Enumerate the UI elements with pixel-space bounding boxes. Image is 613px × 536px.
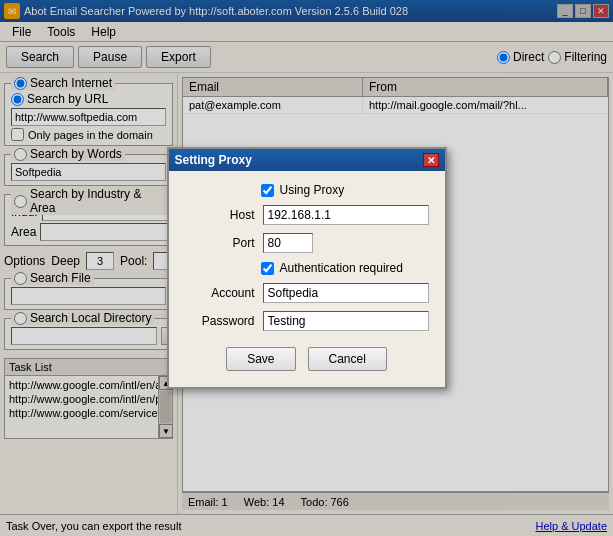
cancel-button[interactable]: Cancel	[308, 347, 387, 371]
password-row: Password	[185, 311, 429, 331]
password-input[interactable]	[263, 311, 429, 331]
using-proxy-checkbox[interactable]	[261, 184, 274, 197]
auth-required-label: Authentication required	[280, 261, 403, 275]
account-input[interactable]	[263, 283, 429, 303]
auth-required-row: Authentication required	[185, 261, 429, 275]
dialog-content: Using Proxy Host Port Authentication req…	[169, 171, 445, 387]
account-row: Account	[185, 283, 429, 303]
dialog-title-bar: Setting Proxy ✕	[169, 149, 445, 171]
password-label: Password	[185, 314, 255, 328]
dialog-title-text: Setting Proxy	[175, 153, 252, 167]
dialog-close-button[interactable]: ✕	[423, 153, 439, 167]
dialog-buttons: Save Cancel	[185, 339, 429, 375]
auth-required-checkbox[interactable]	[261, 262, 274, 275]
port-input[interactable]	[263, 233, 313, 253]
host-label: Host	[185, 208, 255, 222]
using-proxy-row: Using Proxy	[185, 183, 429, 197]
setting-proxy-dialog: Setting Proxy ✕ Using Proxy Host Port	[167, 147, 447, 389]
dialog-overlay: Setting Proxy ✕ Using Proxy Host Port	[0, 0, 613, 536]
save-button[interactable]: Save	[226, 347, 295, 371]
account-label: Account	[185, 286, 255, 300]
port-label: Port	[185, 236, 255, 250]
port-row: Port	[185, 233, 429, 253]
host-input[interactable]	[263, 205, 429, 225]
using-proxy-label: Using Proxy	[280, 183, 345, 197]
host-row: Host	[185, 205, 429, 225]
